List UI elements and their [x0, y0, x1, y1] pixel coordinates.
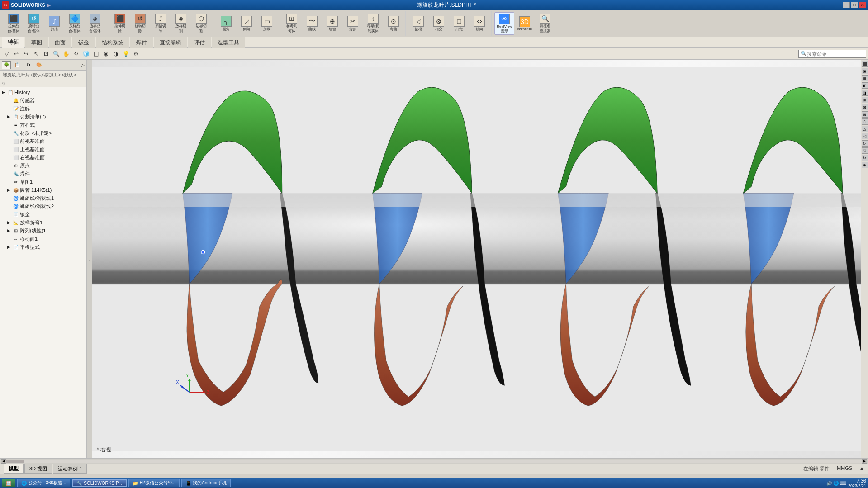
tab-direct-edit[interactable]: 直接编辑 [154, 37, 187, 48]
tb-revolve-cut-button[interactable]: ↺ 旋转切除 [130, 12, 150, 35]
tb-curve-button[interactable]: 〜 曲线 [302, 12, 322, 35]
tb-wrap-button[interactable]: ⊙ 弯曲 [384, 12, 403, 35]
rp-btn-5[interactable]: ◨ [862, 90, 868, 96]
undo-button[interactable]: ↩ [12, 49, 21, 58]
tb-pattern-button[interactable]: ⊞ 参考几何体 [282, 12, 302, 35]
tab-evaluate[interactable]: 评估 [188, 37, 211, 48]
close-button[interactable]: ✕ [859, 2, 866, 8]
taskbar-btn-browser[interactable]: 🌐 公众号 · 360极速... [17, 479, 70, 487]
tree-item-sheetmetal[interactable]: 📄 钣金 [0, 210, 86, 218]
panel-collapse-button[interactable]: ▷ [81, 62, 85, 67]
taskbar-btn-solidworks[interactable]: 🔧 SOLIDWORKS P... [72, 479, 126, 487]
rp-btn-10[interactable]: △ [862, 126, 868, 132]
tb-fillet-button[interactable]: ╮ 圆角 [216, 12, 236, 35]
tree-item-equations[interactable]: = 方程式 [0, 121, 86, 129]
rp-btn-3[interactable]: ▦ [862, 75, 868, 81]
tree-item-helix2[interactable]: 🌀 螺旋线/涡状线2 [0, 202, 86, 210]
rp-btn-7[interactable]: ⊡ [862, 104, 868, 110]
tree-item-linear-pattern[interactable]: ▶ ⊞ 阵列(线性)1 [0, 227, 86, 235]
tb-loft-cut-button[interactable]: ◈ 放样切割 [171, 12, 191, 35]
zoom-fit-button[interactable]: ⊡ [42, 49, 51, 58]
tb-sweep-cut-button[interactable]: ⤴ 扫描切除 [151, 12, 171, 35]
tb-intersect-button[interactable]: ⊗ 相交 [429, 12, 449, 35]
scroll-thumb[interactable] [6, 460, 24, 463]
tab-features[interactable]: 特征 [2, 37, 24, 48]
start-button[interactable]: 🪟 [2, 479, 15, 487]
tree-item-sensors[interactable]: 🔔 传感器 [0, 96, 86, 104]
tb-boundary-cut-button[interactable]: ⬡ 边界切割 [191, 12, 211, 35]
rp-btn-8[interactable]: ⊟ [862, 111, 868, 118]
tab-structure[interactable]: 结构系统 [96, 37, 129, 48]
pan-button[interactable]: ✋ [62, 49, 71, 58]
tb-thicken-button[interactable]: ▭ 加厚 [257, 12, 277, 35]
tb-sweep-button[interactable]: ⤴ 扫描 [44, 12, 64, 35]
tree-item-flat-pattern[interactable]: ▶ 📄 平板型式 [0, 243, 86, 251]
tab-sheetmetal[interactable]: 钣金 [72, 37, 95, 48]
tab-surface[interactable]: 曲面 [49, 37, 71, 48]
taskbar-btn-android[interactable]: 📱 我的Android手机 [181, 479, 230, 487]
tree-item-annotations[interactable]: 📝 注解 [0, 104, 86, 113]
tree-item-lofted-bend[interactable]: ▶ 📐 放样折弯1 [0, 218, 86, 227]
tree-item-tube[interactable]: ▶ 📦 圆管 114X5(1) [0, 186, 86, 194]
tree-item-history[interactable]: ▶ 📋 History [0, 88, 86, 96]
tb-extrude-button[interactable]: ⬛ 拉伸凸台/基体 [4, 12, 24, 35]
zoom-in-button[interactable]: 🔍 [52, 49, 61, 58]
rp-btn-13[interactable]: ▽ [862, 147, 868, 154]
tb-instant3d-button[interactable]: 3D Instant3D [515, 12, 535, 35]
tree-item-origin[interactable]: ⊕ 原点 [0, 161, 86, 170]
rp-btn-6[interactable]: ⊞ [862, 97, 868, 103]
maximize-button[interactable]: □ [851, 2, 858, 8]
command-search-input[interactable] [807, 51, 861, 57]
tree-item-cutlist[interactable]: ▶ 📋 切割清单(7) [0, 113, 86, 121]
tab-tools[interactable]: 造型工具 [212, 37, 245, 48]
tab-sketch[interactable]: 草图 [25, 37, 48, 48]
rp-btn-1[interactable]: ⬛ [862, 61, 868, 67]
tb-move-copy-button[interactable]: ↕ 移动/复制实体 [363, 12, 383, 35]
section-view-button[interactable]: ◫ [91, 49, 100, 58]
panel-tab-property[interactable]: 📋 [13, 61, 22, 69]
tb-mirror-button[interactable]: ⇔ 筋向 [470, 12, 489, 35]
panel-tab-config[interactable]: ⚙ [24, 61, 33, 69]
status-tab-3dview[interactable]: 3D 视图 [24, 464, 52, 474]
rp-btn-9[interactable]: ⬡ [862, 118, 868, 125]
3d-viewport[interactable]: Z Y X * 右视 [92, 60, 861, 458]
panel-resize-handle[interactable]: ⋮ [87, 60, 92, 458]
tree-item-material[interactable]: 🔧 材质 <未指定> [0, 129, 86, 137]
tree-item-right-plane[interactable]: ⬜ 右视基准面 [0, 153, 86, 161]
tb-split-button[interactable]: ✂ 分割 [343, 12, 363, 35]
tb-realview-button[interactable]: 👁 RealView图形 [494, 12, 514, 35]
scroll-right-button[interactable]: ▶ [862, 459, 867, 464]
rp-btn-11[interactable]: ◁ [862, 133, 868, 139]
taskbar-btn-folder[interactable]: 📁 H:\微信公众号\0... [128, 479, 180, 487]
rp-btn-14[interactable]: ↻ [862, 155, 868, 161]
panel-tab-feature[interactable]: 🌳 [2, 61, 11, 69]
view-orient-button[interactable]: 🧊 [81, 49, 90, 58]
tb-extrude-cut-button[interactable]: ⬛ 拉伸切除 [110, 12, 130, 35]
tree-item-top-plane[interactable]: ⬜ 上视基准面 [0, 145, 86, 153]
display-style-button[interactable]: ◉ [101, 49, 110, 58]
tb-combine-button[interactable]: ⊕ 组合 [323, 12, 342, 35]
tb-boundary-button[interactable]: ◈ 边界凸台/基体 [85, 12, 105, 35]
rp-btn-15[interactable]: ⊕ [862, 162, 868, 168]
tb-draft-button[interactable]: ◁ 拔模 [408, 12, 428, 35]
tree-item-move-face[interactable]: ↔ 移动面1 [0, 235, 86, 243]
rp-btn-12[interactable]: ▷ [862, 140, 868, 147]
hide-show-button[interactable]: ◑ [111, 49, 120, 58]
select-button[interactable]: ↖ [32, 49, 41, 58]
display-settings-button[interactable]: ⚙ [131, 49, 140, 58]
status-tab-motion[interactable]: 运动算例 1 [53, 464, 87, 474]
panel-tab-display[interactable]: 🎨 [34, 61, 43, 69]
status-tab-model[interactable]: 模型 [4, 464, 24, 474]
command-search-box[interactable]: 🔍 [798, 50, 866, 58]
tree-item-front-plane[interactable]: ⬜ 前视基准面 [0, 137, 86, 145]
rp-btn-4[interactable]: ◧ [862, 82, 868, 89]
tb-shell-button[interactable]: □ 抽壳 [449, 12, 469, 35]
filter-button[interactable]: ▽ [2, 49, 11, 58]
tree-item-weld[interactable]: 🔩 焊件 [0, 170, 86, 178]
tree-item-helix1[interactable]: 🌀 螺旋线/涡状线1 [0, 194, 86, 202]
tree-item-sketch1[interactable]: ✏ 草图1 [0, 178, 86, 186]
scroll-left-button[interactable]: ◀ [1, 459, 6, 464]
tb-chamfer-button[interactable]: ◿ 倒角 [237, 12, 256, 35]
horizontal-scrollbar[interactable]: ◀ ▶ [0, 458, 868, 464]
clock[interactable]: 7:36 2023/6/21 [848, 478, 866, 488]
